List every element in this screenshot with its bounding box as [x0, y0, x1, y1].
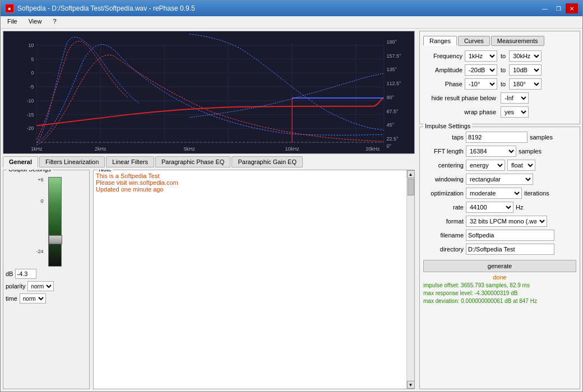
windowing-select[interactable]: rectangular [466, 174, 533, 185]
amplitude-to-text: to [501, 67, 506, 73]
output-settings-label: Output Settings [7, 170, 53, 172]
scroll-up-btn[interactable]: ▲ [407, 170, 415, 178]
tab-filters-linearization[interactable]: Filters Linearization [39, 156, 105, 167]
tab-paragraphic-gain[interactable]: Paragraphic Gain EQ [232, 156, 303, 167]
note-scrollbar[interactable]: ▲ ▼ [406, 170, 414, 389]
menu-view[interactable]: View [24, 17, 47, 27]
frequency-to-text: to [501, 53, 506, 59]
filename-row: filename [423, 230, 576, 241]
scroll-down-btn[interactable]: ▼ [407, 381, 415, 389]
scroll-track[interactable] [407, 178, 414, 381]
amplitude-row: Amplitude -20dB to 10dB [423, 64, 576, 76]
phase-to-text: to [501, 81, 506, 87]
svg-text:-10: -10 [26, 98, 34, 104]
taps-input[interactable] [466, 132, 528, 143]
window-controls: — ❐ ✕ [539, 3, 578, 13]
title-bar-left: ■ Softpedia - D:/Softpedia Test/Softpedi… [5, 4, 195, 13]
scale-labels: +6 0 -24 [31, 177, 44, 254]
svg-text:-5: -5 [29, 84, 34, 90]
amplitude-from-select[interactable]: -20dB [465, 64, 497, 76]
frequency-label: Frequency [423, 53, 462, 59]
title-bar: ■ Softpedia - D:/Softpedia Test/Softpedi… [1, 1, 582, 16]
svg-text:45°: 45° [387, 122, 395, 128]
hide-label: hide result phase below [423, 95, 496, 101]
svg-text:112.5°: 112.5° [387, 81, 401, 86]
svg-text:5: 5 [31, 57, 34, 62]
note-textarea[interactable]: This is a Softpedia Test Please visit wi… [94, 170, 406, 389]
time-select[interactable]: norm [20, 293, 46, 304]
status-line3: max deviation: 0.000000000061 dB at 847 … [423, 297, 576, 305]
scroll-thumb[interactable] [408, 179, 414, 195]
frequency-to-select[interactable]: 30kHz [509, 50, 542, 62]
optimization-row: optimization moderate iterations [423, 188, 576, 199]
windowing-label: windowing [423, 176, 464, 183]
wrap-select[interactable]: yes [501, 106, 529, 118]
right-panel: Ranges Curves Measurements Frequency 1kH… [417, 29, 582, 391]
app-icon: ■ [5, 4, 14, 13]
status-line2: max response level: -4.300000319 dB [423, 290, 576, 297]
db-row: dB [6, 269, 87, 279]
rate-unit: Hz [516, 204, 523, 211]
tab-ranges[interactable]: Ranges [423, 36, 457, 46]
frequency-from-select[interactable]: 1kHz [465, 50, 497, 62]
menu-help[interactable]: ? [48, 17, 61, 27]
svg-text:10kHz: 10kHz [285, 146, 300, 152]
filename-label: filename [423, 232, 464, 239]
generate-button[interactable]: generate [423, 260, 576, 272]
tab-measurements[interactable]: Measurements [491, 36, 544, 46]
volume-slider[interactable] [48, 177, 62, 267]
main-window: ■ Softpedia - D:/Softpedia Test/Softpedi… [0, 0, 583, 392]
time-row: time norm [6, 293, 87, 304]
tab-bar: General Filters Linearization Linear Fil… [3, 156, 415, 167]
directory-input[interactable] [466, 244, 554, 255]
tab-paragraphic-phase[interactable]: Paragraphic Phase EQ [155, 156, 231, 167]
hide-select[interactable]: -Inf [501, 92, 529, 104]
restore-button[interactable]: ❐ [552, 3, 565, 13]
minimize-button[interactable]: — [539, 3, 551, 13]
main-content: 10 5 0 -5 -10 -15 -20 180° 157.5° 135° 1… [1, 29, 582, 391]
slider-thumb[interactable] [49, 235, 62, 244]
polarity-row: polarity norm [6, 281, 87, 291]
left-panel: 10 5 0 -5 -10 -15 -20 180° 157.5° 135° 1… [1, 29, 417, 391]
tab-general[interactable]: General [3, 156, 38, 167]
svg-text:0°: 0° [387, 143, 392, 149]
fft-select[interactable]: 16384 [466, 146, 516, 157]
db-input[interactable] [15, 269, 36, 279]
svg-text:67.5°: 67.5° [387, 109, 399, 114]
taps-unit: samples [530, 134, 553, 141]
note-panel: Note This is a Softpedia Test Please vis… [93, 170, 415, 389]
filename-input[interactable] [466, 230, 554, 241]
amplitude-to-select[interactable]: 10dB [509, 64, 542, 76]
tab-linear-filters[interactable]: Linear Filters [106, 156, 154, 167]
svg-text:-20: -20 [26, 125, 34, 131]
optimization-select[interactable]: moderate [466, 188, 522, 199]
scale-top: +6 [31, 177, 44, 183]
format-select[interactable]: 32 bits LPCM mono (.wav) [466, 216, 547, 227]
optimization-unit: iterations [524, 190, 549, 197]
svg-text:20kHz: 20kHz [365, 146, 380, 152]
wrap-label: wrap phase [423, 109, 496, 115]
bottom-area: Output Settings +6 0 -24 [3, 170, 415, 389]
phase-label: Phase [423, 81, 462, 87]
format-row: format 32 bits LPCM mono (.wav) [423, 216, 576, 227]
phase-to-select[interactable]: 180° [509, 78, 542, 90]
taps-label: taps [423, 134, 464, 141]
phase-from-select[interactable]: -10° [465, 78, 497, 90]
centering-type-select[interactable]: float [507, 160, 535, 171]
tab-curves[interactable]: Curves [458, 36, 490, 46]
menu-bar: File View ? [1, 16, 582, 29]
directory-row: directory [423, 244, 576, 255]
polarity-select[interactable]: norm [27, 281, 54, 291]
hide-row: hide result phase below -Inf [423, 92, 576, 104]
chart-svg: 10 5 0 -5 -10 -15 -20 180° 157.5° 135° 1… [3, 31, 414, 153]
menu-file[interactable]: File [3, 17, 22, 27]
fft-label: FFT length [423, 148, 464, 155]
time-label: time [6, 295, 17, 302]
close-button[interactable]: ✕ [566, 3, 578, 13]
rate-select[interactable]: 44100 [466, 202, 513, 213]
note-label: Note [97, 170, 113, 172]
centering-select[interactable]: energy [466, 160, 505, 171]
taps-row: taps samples [423, 132, 576, 143]
svg-text:-15: -15 [26, 112, 34, 118]
centering-row: centering energy float [423, 160, 576, 171]
